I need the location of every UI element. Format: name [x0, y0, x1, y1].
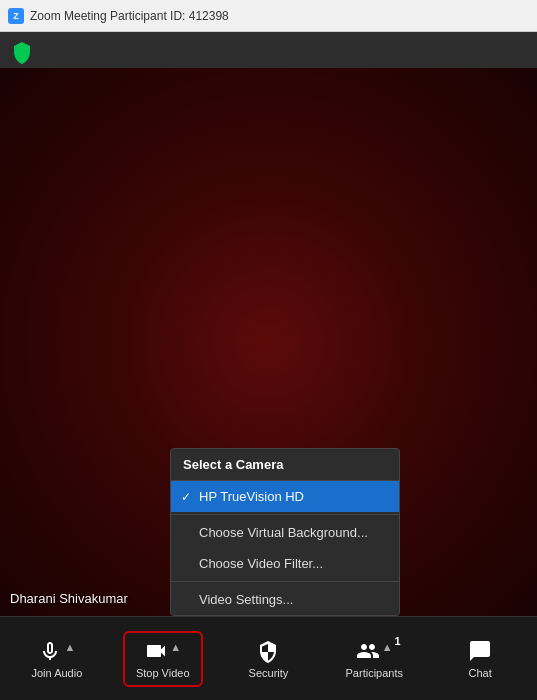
- security-bar: [0, 32, 537, 68]
- participants-button[interactable]: 1 ▲ Participants: [334, 633, 414, 685]
- toolbar: ▲ Join Audio ▲ Stop Video Security 1 ▲ P…: [0, 616, 537, 700]
- stop-video-button[interactable]: ▲ Stop Video: [123, 631, 203, 687]
- title-bar: Z Zoom Meeting Participant ID: 412398: [0, 0, 537, 32]
- join-audio-button[interactable]: ▲ Join Audio: [17, 633, 97, 685]
- stop-video-icon-group: ▲: [144, 639, 181, 663]
- menu-separator-2: [171, 581, 399, 582]
- stop-video-label: Stop Video: [136, 667, 190, 679]
- join-audio-icon-group: ▲: [38, 639, 75, 663]
- video-area: Dharani Shivakumar Select a Camera HP Tr…: [0, 68, 537, 616]
- chat-icon: [468, 639, 492, 663]
- zoom-logo: Z: [8, 8, 24, 24]
- camera-menu: Select a Camera HP TrueVision HD Choose …: [170, 448, 400, 616]
- security-button[interactable]: Security: [228, 633, 308, 685]
- participants-icon-group: 1 ▲: [356, 639, 393, 663]
- menu-separator-1: [171, 514, 399, 515]
- participants-label: Participants: [346, 667, 403, 679]
- participants-count: 1: [395, 635, 401, 647]
- menu-item-video-filter[interactable]: Choose Video Filter...: [171, 548, 399, 579]
- menu-item-virtual-background[interactable]: Choose Virtual Background...: [171, 517, 399, 548]
- menu-item-hp-truevision[interactable]: HP TrueVision HD: [171, 481, 399, 512]
- join-audio-caret: ▲: [64, 641, 75, 653]
- participants-caret: ▲: [382, 641, 393, 653]
- chat-button[interactable]: Chat: [440, 633, 520, 685]
- shield-icon: [10, 40, 30, 60]
- join-audio-label: Join Audio: [32, 667, 83, 679]
- participants-icon: [356, 639, 380, 663]
- participant-name: Dharani Shivakumar: [10, 591, 128, 606]
- title-text: Zoom Meeting Participant ID: 412398: [30, 9, 229, 23]
- menu-item-video-settings[interactable]: Video Settings...: [171, 584, 399, 615]
- chat-label: Chat: [468, 667, 491, 679]
- security-label: Security: [249, 667, 289, 679]
- security-icon: [256, 639, 280, 663]
- camera-menu-title: Select a Camera: [171, 449, 399, 481]
- stop-video-caret: ▲: [170, 641, 181, 653]
